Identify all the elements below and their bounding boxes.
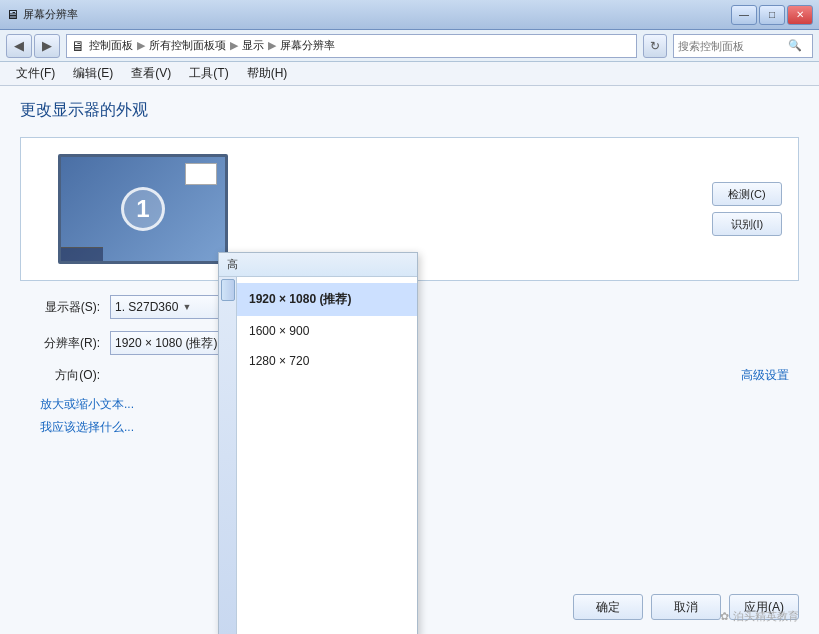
nav-buttons: ◀ ▶ [6,34,60,58]
title-bar-left: 🖥 屏幕分辨率 [6,7,78,22]
path-segment-2: 所有控制面板项 [149,38,226,53]
search-icon[interactable]: 🔍 [788,39,802,52]
page-title: 更改显示器的外观 [20,100,799,121]
close-button[interactable]: ✕ [787,5,813,25]
resolution-dropdown-popup: 高 1920 × 1080 (推荐) 1600 × 900 1280 × 720 [218,252,418,634]
monitor-preview: 1 [37,154,249,264]
search-box: 🔍 [673,34,813,58]
resolution-select-value: 1920 × 1080 (推荐) [115,335,217,352]
path-segment-3: 显示 [242,38,264,53]
forward-button[interactable]: ▶ [34,34,60,58]
display-select-value: 1. S27D360 [115,300,178,314]
display-label: 显示器(S): [30,299,100,316]
enlarge-text-link[interactable]: 放大或缩小文本... [40,396,799,413]
menu-edit[interactable]: 编辑(E) [65,63,121,84]
resolution-option-1600[interactable]: 1600 × 900 [237,316,417,346]
menu-help[interactable]: 帮助(H) [239,63,296,84]
monitor-number: 1 [121,187,165,231]
menu-file[interactable]: 文件(F) [8,63,63,84]
path-segment-1: 控制面板 [89,38,133,53]
resolution-option-1600-label: 1600 × 900 [249,324,309,338]
maximize-button[interactable]: □ [759,5,785,25]
detect-button[interactable]: 检测(C) [712,182,782,206]
address-path[interactable]: 🖥 控制面板 ▶ 所有控制面板项 ▶ 显示 ▶ 屏幕分辨率 [66,34,637,58]
menu-view[interactable]: 查看(V) [123,63,179,84]
resolution-option-1280-label: 1280 × 720 [249,354,309,368]
title-bar-title: 屏幕分辨率 [23,7,78,22]
identify-button[interactable]: 识别(I) [712,212,782,236]
choose-link[interactable]: 我应该选择什么... [40,419,799,436]
resolution-option-1920[interactable]: 1920 × 1080 (推荐) [237,283,417,316]
cancel-button[interactable]: 取消 [651,594,721,620]
resolution-option-1280[interactable]: 1280 × 720 [237,346,417,376]
title-bar-buttons: — □ ✕ [731,5,813,25]
advanced-link[interactable]: 高级设置 [741,367,799,384]
path-icon: 🖥 [71,38,85,54]
dropdown-list: 1920 × 1080 (推荐) 1600 × 900 1280 × 720 [237,277,417,634]
path-segment-4: 屏幕分辨率 [280,38,335,53]
menu-bar: 文件(F) 编辑(E) 查看(V) 工具(T) 帮助(H) [0,62,819,86]
slider-container: 1920 × 1080 (推荐) 1600 × 900 1280 × 720 [219,277,417,634]
slider-track[interactable] [219,277,237,634]
monitor-image: 1 [58,154,228,264]
dropdown-high-label: 高 [227,257,238,272]
ok-button[interactable]: 确定 [573,594,643,620]
right-buttons: 检测(C) 识别(I) [712,182,782,236]
monitor-mini-window [185,163,217,185]
orientation-label: 方向(O): [30,367,100,384]
main-content: 更改显示器的外观 1 检测(C) 识别(I) 显示器(S): 1. S27D36… [0,86,819,634]
menu-tools[interactable]: 工具(T) [181,63,236,84]
dropdown-header: 高 [219,253,417,277]
watermark-icon: ✿ [720,610,729,623]
resolution-option-1920-label: 1920 × 1080 (推荐) [249,292,351,306]
refresh-button[interactable]: ↻ [643,34,667,58]
address-bar: ◀ ▶ 🖥 控制面板 ▶ 所有控制面板项 ▶ 显示 ▶ 屏幕分辨率 ↻ 🔍 [0,30,819,62]
search-input[interactable] [678,40,788,52]
title-bar: 🖥 屏幕分辨率 — □ ✕ [0,0,819,30]
slider-thumb[interactable] [221,279,235,301]
back-button[interactable]: ◀ [6,34,32,58]
monitor-taskbar [61,247,103,261]
resolution-label: 分辨率(R): [30,335,100,352]
display-select-arrow: ▼ [182,302,191,312]
watermark: ✿ 泊头精英教育 [720,609,799,624]
minimize-button[interactable]: — [731,5,757,25]
watermark-text: 泊头精英教育 [733,609,799,624]
